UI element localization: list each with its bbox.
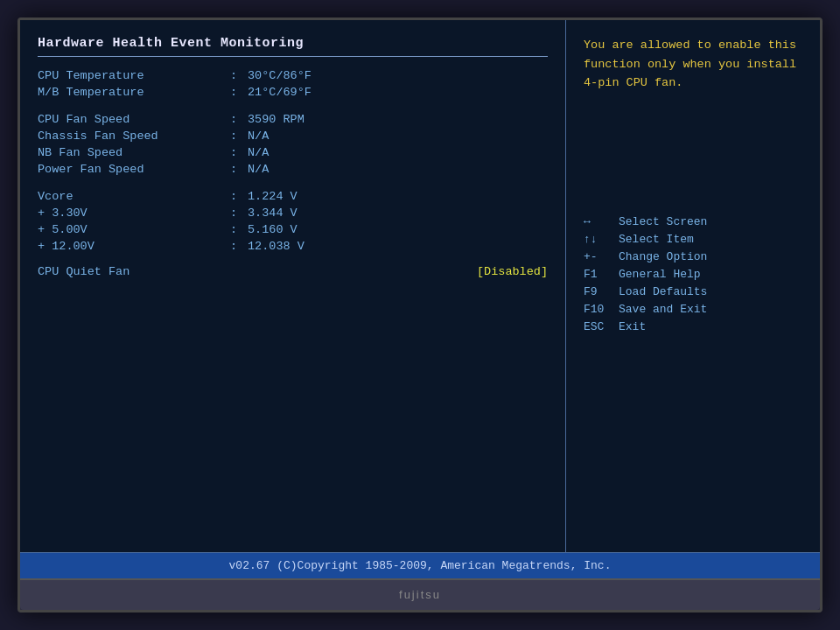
key-help-row: ↑↓ Select Item <box>584 233 802 246</box>
field-label: Power Fan Speed <box>38 163 230 176</box>
field-label: CPU Fan Speed <box>38 113 230 126</box>
cpu-quiet-fan-value: [Disabled] <box>477 265 548 278</box>
bios-screen: Hardware Health Event Monitoring CPU Tem… <box>20 20 820 578</box>
field-value: 1.224 V <box>248 190 298 203</box>
key-desc: Select Screen <box>619 215 707 228</box>
key-symbol: F9 <box>584 285 619 298</box>
key-help-row: ESC Exit <box>584 320 802 333</box>
table-row: CPU Fan Speed : 3590 RPM <box>38 113 548 126</box>
field-label: Chassis Fan Speed <box>38 130 230 143</box>
field-label: M/B Temperature <box>38 86 230 99</box>
key-symbol: F10 <box>584 303 619 316</box>
table-row: Power Fan Speed : N/A <box>38 163 548 176</box>
field-value: N/A <box>248 163 269 176</box>
bios-left-panel: Hardware Health Event Monitoring CPU Tem… <box>20 20 566 552</box>
field-value: 12.038 V <box>248 240 304 253</box>
field-value: 3590 RPM <box>248 113 304 126</box>
key-symbol: ↑↓ <box>584 233 619 246</box>
table-row: + 12.00V : 12.038 V <box>38 240 548 253</box>
key-help-row: F1 General Help <box>584 268 802 281</box>
monitor-bezel: fujitsu <box>20 578 820 610</box>
help-description: You are allowed to enable this function … <box>584 36 802 93</box>
bios-main: Hardware Health Event Monitoring CPU Tem… <box>20 20 820 552</box>
table-row: NB Fan Speed : N/A <box>38 146 548 159</box>
field-label: + 3.30V <box>38 206 230 220</box>
table-row: M/B Temperature : 21°C/69°F <box>38 86 548 99</box>
brand-label: fujitsu <box>399 588 441 601</box>
field-label: CPU Temperature <box>38 69 230 82</box>
cpu-quiet-fan-label: CPU Quiet Fan <box>38 265 230 278</box>
key-symbol: +- <box>584 250 619 263</box>
section-divider <box>38 56 548 57</box>
field-value: N/A <box>248 146 269 159</box>
key-desc: Exit <box>619 320 646 333</box>
monitor-frame: Hardware Health Event Monitoring CPU Tem… <box>18 18 822 612</box>
key-help-row: ↔ Select Screen <box>584 215 802 228</box>
key-symbol: F1 <box>584 268 619 281</box>
key-desc: Select Item <box>619 233 694 246</box>
field-value: 3.344 V <box>248 206 298 220</box>
bios-footer: v02.67 (C)Copyright 1985-2009, American … <box>20 552 820 578</box>
field-label: NB Fan Speed <box>38 146 230 159</box>
key-desc: General Help <box>619 268 701 281</box>
key-help-row: F10 Save and Exit <box>584 303 802 316</box>
table-row: Vcore : 1.224 V <box>38 190 548 203</box>
key-desc: Save and Exit <box>619 303 707 316</box>
key-help-row: +- Change Option <box>584 250 802 263</box>
field-value: 5.160 V <box>248 223 298 236</box>
table-row: Chassis Fan Speed : N/A <box>38 130 548 143</box>
table-row: + 3.30V : 3.344 V <box>38 206 548 220</box>
field-label: + 12.00V <box>38 240 230 253</box>
key-desc: Load Defaults <box>619 285 707 298</box>
field-value: 30°C/86°F <box>248 69 312 82</box>
key-symbol: ↔ <box>584 215 619 228</box>
key-symbol: ESC <box>584 320 619 333</box>
cpu-quiet-fan-row[interactable]: CPU Quiet Fan [Disabled] <box>38 265 548 278</box>
key-desc: Change Option <box>619 250 707 263</box>
table-row: CPU Temperature : 30°C/86°F <box>38 69 548 82</box>
section-title: Hardware Health Event Monitoring <box>38 36 548 51</box>
field-value: 21°C/69°F <box>248 86 312 99</box>
field-label: Vcore <box>38 190 230 203</box>
footer-text: v02.67 (C)Copyright 1985-2009, American … <box>229 559 612 572</box>
bios-right-panel: You are allowed to enable this function … <box>566 20 820 552</box>
field-value: N/A <box>248 130 269 143</box>
key-help-row: F9 Load Defaults <box>584 285 802 298</box>
table-row: + 5.00V : 5.160 V <box>38 223 548 236</box>
field-label: + 5.00V <box>38 223 230 236</box>
